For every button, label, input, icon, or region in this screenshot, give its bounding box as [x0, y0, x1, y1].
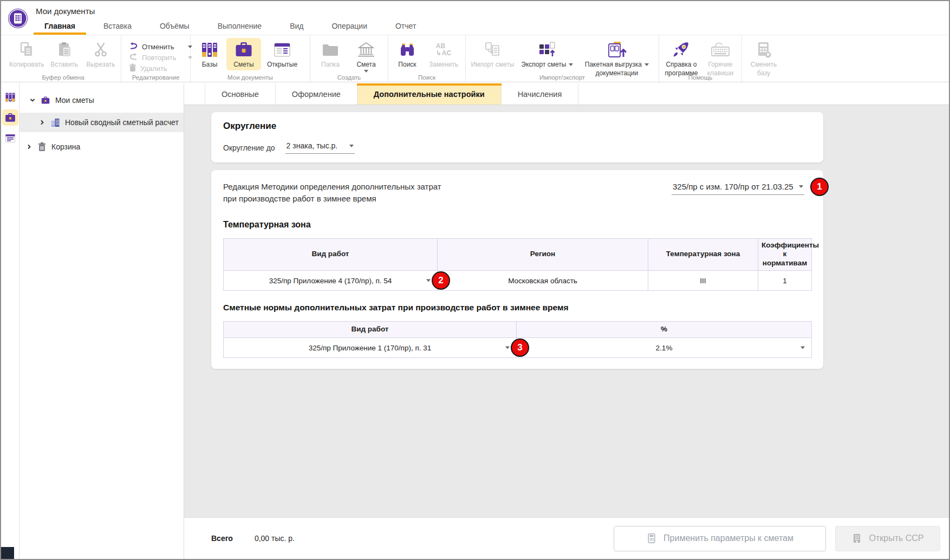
ribbon-tab-otchet[interactable]: Отчет: [381, 17, 430, 35]
binoculars-icon: [398, 40, 417, 60]
norms-vid-rabot-select[interactable]: 325/пр Приложение 1 (170/пр), п. 31 3: [224, 338, 517, 358]
ribbon-tab-obyomy[interactable]: Объёмы: [146, 17, 204, 35]
import-icon: [483, 40, 502, 60]
undo-icon: [129, 42, 138, 51]
change-base-button[interactable]: Сменить базу: [744, 38, 783, 79]
ribbon-group-create: Папка Смета Создать: [310, 35, 388, 82]
norms-col-vid-rabot: Вид работ: [224, 322, 517, 338]
group-label-my-documents: Мои документы: [191, 74, 310, 81]
import-smeta-button[interactable]: Импорт сметы: [468, 38, 517, 70]
tree-item-new-summary-estimate[interactable]: Новый сводный сметный расчет: [19, 113, 184, 132]
rounding-card: Округление Округление до 2 знака, тыс.р.: [211, 112, 823, 162]
folder-button[interactable]: Папка: [313, 38, 348, 70]
norms-percent-caret: [801, 347, 805, 349]
callout-badge-2: 2: [432, 271, 450, 290]
total-value: 0,00 тыс. р.: [255, 534, 295, 543]
zone-region-cell[interactable]: Московская область: [438, 271, 648, 291]
ribbon-tab-operacii[interactable]: Операции: [317, 17, 381, 35]
settings-tab-bar: Основные Оформление Дополнительные настр…: [184, 83, 949, 105]
paste-button[interactable]: Вставить: [46, 38, 83, 70]
ribbon-group-clipboard: Копировать Вставить: [5, 35, 121, 82]
titlebar: Мои документы Главная Вставка Объёмы Вып…: [1, 1, 949, 35]
cut-button[interactable]: Вырезать: [83, 38, 119, 70]
method-select[interactable]: 325/пр с изм. 170/пр от 21.03.25 1: [672, 182, 804, 195]
tab-dopolnitelnye-nastroyki[interactable]: Дополнительные настройки: [357, 83, 502, 105]
paste-icon: [55, 40, 74, 60]
ribbon-tab-bar: Главная Вставка Объёмы Выполнение Вид Оп…: [30, 17, 430, 35]
smeta-create-button[interactable]: Смета: [348, 38, 384, 74]
copy-icon: [17, 40, 36, 60]
delete-button[interactable]: Удалить: [129, 63, 192, 74]
hotkeys-button[interactable]: Горячие клавиши: [701, 38, 739, 79]
ribbon-tab-vstavka[interactable]: Вставка: [89, 17, 146, 35]
rounding-select[interactable]: 2 знака, тыс.р.: [285, 141, 355, 154]
rail-bases-button[interactable]: [2, 89, 18, 105]
opened-docs-icon: [4, 133, 16, 144]
ribbon-tab-vypolnenie[interactable]: Выполнение: [204, 17, 276, 35]
group-label-search: Поиск: [388, 74, 465, 81]
export-smeta-button[interactable]: Экспорт сметы: [517, 38, 577, 70]
export-icon: [537, 40, 557, 60]
ribbon-tab-glavnaya[interactable]: Главная: [30, 17, 89, 35]
norms-vid-rabot-caret: [505, 347, 510, 349]
opened-button[interactable]: Открытые: [261, 38, 303, 70]
norms-section-title: Сметные нормы дополнительных затрат при …: [223, 303, 811, 312]
tree-item-my-smety[interactable]: Мои сметы: [19, 91, 184, 109]
replace-button[interactable]: ABAC Заменить: [424, 38, 463, 70]
chevron-right-icon[interactable]: [39, 119, 45, 126]
search-button[interactable]: Поиск: [391, 38, 424, 70]
ribbon-tab-vid[interactable]: Вид: [276, 17, 317, 35]
zone-vid-rabot-select[interactable]: 325/пр Приложение 4 (170/пр), п. 54 2: [224, 271, 438, 291]
bases-button[interactable]: Базы: [193, 38, 226, 70]
scissors-icon: [92, 40, 110, 60]
smeta-dropdown-caret[interactable]: [364, 70, 368, 73]
tab-osnovnye[interactable]: Основные: [205, 83, 276, 105]
rail-opened-button[interactable]: [2, 130, 18, 146]
left-icon-rail: [1, 83, 19, 559]
tree-item-trash[interactable]: Корзина: [19, 138, 184, 156]
method-label: Редакция Методики определения дополнител…: [223, 181, 441, 205]
rocket-icon: [672, 40, 691, 60]
ribbon-group-help: Справка о программе Горячие: [659, 35, 742, 82]
chevron-right-icon[interactable]: [26, 144, 32, 150]
rounding-label: Округление до: [223, 144, 275, 152]
opened-docs-icon: [272, 40, 292, 60]
open-ssr-button[interactable]: Открыть ССР: [835, 526, 940, 551]
winter-card: Редакция Методики определения дополнител…: [211, 170, 823, 369]
document-tree: Мои сметы Новый сводный сметный расчет: [19, 83, 184, 559]
replace-icon: ABAC: [436, 40, 451, 60]
callout-badge-1: 1: [810, 178, 829, 196]
building-icon: [50, 118, 60, 127]
winter-norms-table: Вид работ % 325/пр Приложение 1 (170/пр)…: [223, 321, 812, 358]
bank-building-icon: [356, 40, 376, 60]
apply-parameters-button[interactable]: Применить параметры к сметам: [614, 526, 826, 551]
chevron-down-icon[interactable]: [29, 97, 36, 103]
rail-smety-button[interactable]: [2, 109, 18, 126]
smety-button[interactable]: Сметы: [226, 38, 261, 70]
calculator-icon: [646, 533, 657, 544]
briefcase-icon: [234, 40, 253, 60]
copy-button[interactable]: Копировать: [8, 38, 46, 70]
callout-badge-3: 3: [511, 338, 529, 357]
rounding-select-caret: [349, 145, 354, 147]
norms-percent-select[interactable]: 2.1%: [517, 338, 812, 358]
zone-koef-cell: 1: [758, 271, 812, 291]
redo-icon: [129, 53, 138, 62]
undo-button[interactable]: Отменить: [129, 41, 192, 52]
batch-export-dropdown-caret[interactable]: [645, 63, 649, 66]
zone-section-title: Температурная зона: [223, 220, 811, 230]
window-title: Мои документы: [36, 6, 95, 16]
window-corner-accent: [1, 547, 14, 559]
ribbon-group-my-documents: Базы Сметы: [191, 35, 310, 82]
zone-table-row: 325/пр Приложение 4 (170/пр), п. 54 2 Мо…: [224, 271, 812, 291]
export-dropdown-caret[interactable]: [569, 63, 573, 66]
calculator-refresh-icon: [754, 40, 773, 60]
tab-oformlenie[interactable]: Оформление: [276, 83, 357, 105]
redo-button[interactable]: Повторить: [129, 52, 192, 63]
ribbon-group-change-base: Сменить базу: [742, 35, 788, 82]
app-window: Мои документы Главная Вставка Объёмы Вып…: [0, 0, 950, 560]
total-label: Всего: [211, 534, 233, 543]
tab-nachisleniya[interactable]: Начисления: [502, 83, 579, 105]
about-button[interactable]: Справка о программе: [661, 38, 701, 79]
batch-export-button[interactable]: Пакетная выгрузка документации: [577, 38, 656, 79]
